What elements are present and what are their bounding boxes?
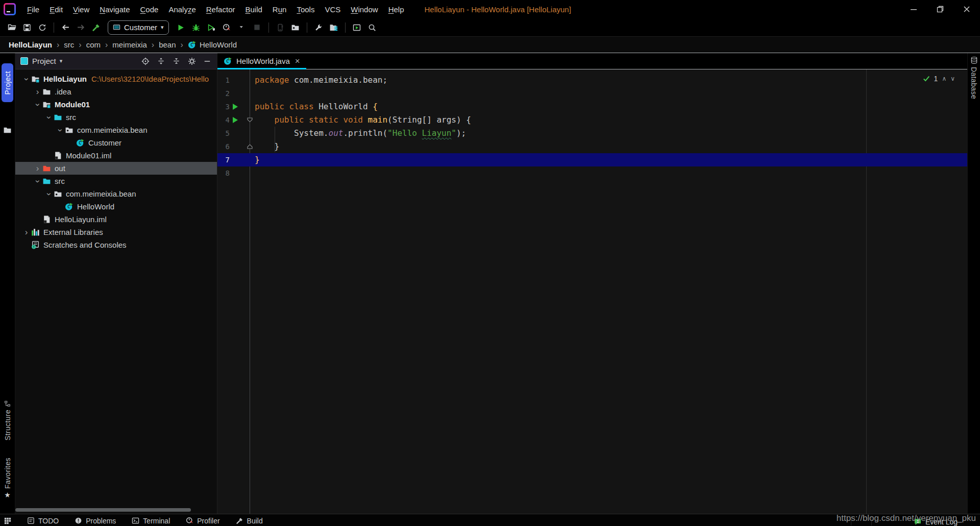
inspections-widget[interactable]: 1 ∧ ∨ <box>923 75 955 83</box>
code-line-3[interactable]: 3public class HelloWorld { <box>217 100 967 113</box>
menu-code[interactable]: Code <box>135 3 164 16</box>
settings-button[interactable] <box>311 20 326 34</box>
tree-item-external-libraries[interactable]: ›External Libraries <box>15 226 217 238</box>
gear-icon[interactable] <box>188 57 196 65</box>
breadcrumb-item-src[interactable]: src <box>64 40 74 49</box>
tab-helloworld-java[interactable]: C HelloWorld.java × <box>217 53 306 69</box>
code-line-8[interactable]: 8 <box>217 166 967 180</box>
prev-issue-icon[interactable]: ∧ <box>942 75 946 82</box>
stop-button[interactable] <box>250 20 265 34</box>
tree-item--idea[interactable]: ›.idea <box>15 85 217 98</box>
tree-item-customer[interactable]: CCustomer <box>15 136 217 149</box>
tool-window-button-project[interactable]: Project <box>2 63 13 102</box>
run-line-icon[interactable] <box>230 104 241 110</box>
menu-view[interactable]: View <box>68 3 94 16</box>
more-run-options-button[interactable] <box>234 20 250 34</box>
tree-item-scratches-and-consoles[interactable]: Scratches and Consoles <box>15 238 217 251</box>
run-line-icon[interactable] <box>230 117 241 123</box>
attach-debugger-button[interactable] <box>273 20 288 34</box>
menu-run[interactable]: Run <box>267 3 292 16</box>
tree-chevron-icon[interactable]: › <box>21 74 31 84</box>
breadcrumb-item-helloworld[interactable]: CHelloWorld <box>188 40 237 49</box>
tree-chevron-icon[interactable]: › <box>33 163 42 174</box>
menu-refactor[interactable]: Refactor <box>201 3 240 16</box>
menu-tools[interactable]: Tools <box>291 3 320 16</box>
tree-item-src[interactable]: ›src <box>15 111 217 124</box>
horizontal-scrollbar[interactable] <box>15 508 191 512</box>
breadcrumb-item-meimeixia[interactable]: meimeixia <box>112 40 147 49</box>
maximize-button[interactable] <box>927 0 953 18</box>
status-button-build[interactable]: Build <box>236 517 263 525</box>
tree-chevron-icon[interactable]: › <box>33 176 42 186</box>
save-all-button[interactable] <box>19 20 35 34</box>
build-artifacts-button[interactable] <box>288 20 303 34</box>
status-button-problems[interactable]: Problems <box>75 517 116 525</box>
next-issue-icon[interactable]: ∨ <box>950 75 955 82</box>
tool-window-button-database[interactable]: Database <box>968 56 980 99</box>
code-line-2[interactable]: 2 <box>217 87 967 100</box>
breadcrumb-item-helloliayun[interactable]: HelloLiayun <box>9 40 52 49</box>
build-project-button[interactable] <box>88 20 104 34</box>
menu-build[interactable]: Build <box>240 3 267 16</box>
tree-item-helloworld[interactable]: CHelloWorld <box>15 200 217 213</box>
code-line-5[interactable]: 5 System.out.println("Hello Liayun"); <box>217 127 967 140</box>
locate-file-icon[interactable] <box>141 57 150 65</box>
tree-chevron-icon[interactable]: › <box>21 227 31 237</box>
forward-button[interactable] <box>73 20 88 34</box>
hide-panel-icon[interactable] <box>204 58 211 65</box>
tree-item-out[interactable]: ›out <box>15 162 217 175</box>
open-button[interactable] <box>4 20 19 34</box>
folder-icon[interactable] <box>3 126 12 136</box>
tree-chevron-icon[interactable]: › <box>33 87 42 97</box>
menu-navigate[interactable]: Navigate <box>94 3 135 16</box>
minimize-button[interactable] <box>900 0 927 18</box>
tree-item-src[interactable]: ›src <box>15 175 217 187</box>
menu-edit[interactable]: Edit <box>44 3 68 16</box>
tree-item-helloliayun-iml[interactable]: HelloLiayun.iml <box>15 213 217 226</box>
menu-file[interactable]: File <box>22 3 44 16</box>
project-view-selector[interactable]: Project <box>32 57 56 65</box>
status-button-todo[interactable]: TODO <box>27 517 59 525</box>
close-tab-icon[interactable]: × <box>295 56 300 66</box>
tree-item-com-meimeixia-bean[interactable]: ›com.meimeixia.bean <box>15 187 217 200</box>
tree-chevron-icon[interactable]: › <box>44 112 54 123</box>
tree-item-module01[interactable]: ›Module01 <box>15 98 217 111</box>
expand-all-icon[interactable] <box>157 57 165 65</box>
tree-item-com-meimeixia-bean[interactable]: ›com.meimeixia.bean <box>15 124 217 136</box>
menu-window[interactable]: Window <box>346 3 383 16</box>
synchronize-button[interactable] <box>35 20 50 34</box>
close-button[interactable] <box>953 0 980 18</box>
back-button[interactable] <box>58 20 73 34</box>
menu-analyze[interactable]: Analyze <box>163 3 201 16</box>
tree-item-helloliayun[interactable]: ›HelloLiayunC:\Users\32120\IdeaProjects\… <box>15 73 217 85</box>
code-editor[interactable]: 1package com.meimeixia.bean;23public cla… <box>217 69 967 514</box>
status-button-tool-window-switcher[interactable] <box>4 517 11 524</box>
code-line-7[interactable]: 7} <box>217 153 967 166</box>
code-line-6[interactable]: 6 } <box>217 140 967 153</box>
run-anything-button[interactable] <box>349 20 364 34</box>
fold-close-icon[interactable] <box>245 144 254 149</box>
breadcrumb-item-com[interactable]: com <box>86 40 101 49</box>
search-everywhere-button[interactable] <box>364 20 380 34</box>
chevron-down-icon[interactable]: ▾ <box>60 58 63 64</box>
project-structure-button[interactable] <box>326 20 341 34</box>
fold-open-icon[interactable] <box>245 117 254 123</box>
profile-button[interactable] <box>219 20 234 34</box>
breadcrumb-item-bean[interactable]: bean <box>159 40 176 49</box>
status-button-terminal[interactable]: Terminal <box>132 517 170 525</box>
debug-button[interactable] <box>188 20 204 34</box>
run-button[interactable] <box>173 20 188 34</box>
code-line-4[interactable]: 4 public static void main(String[] args)… <box>217 113 967 127</box>
collapse-all-icon[interactable] <box>173 57 180 65</box>
menu-help[interactable]: Help <box>383 3 409 16</box>
menu-vcs[interactable]: VCS <box>320 3 346 16</box>
tree-chevron-icon[interactable]: › <box>55 125 65 135</box>
code-line-1[interactable]: 1package com.meimeixia.bean; <box>217 74 967 87</box>
tool-window-button-structure[interactable]: Structure <box>0 400 15 440</box>
tree-item-module01-iml[interactable]: Module01.iml <box>15 149 217 162</box>
run-with-coverage-button[interactable] <box>204 20 219 34</box>
status-button-profiler[interactable]: Profiler <box>186 517 219 525</box>
tree-chevron-icon[interactable]: › <box>33 100 42 110</box>
tree-chevron-icon[interactable]: › <box>44 189 54 199</box>
tool-window-button-favorites[interactable]: Favorites ★ <box>0 458 15 499</box>
